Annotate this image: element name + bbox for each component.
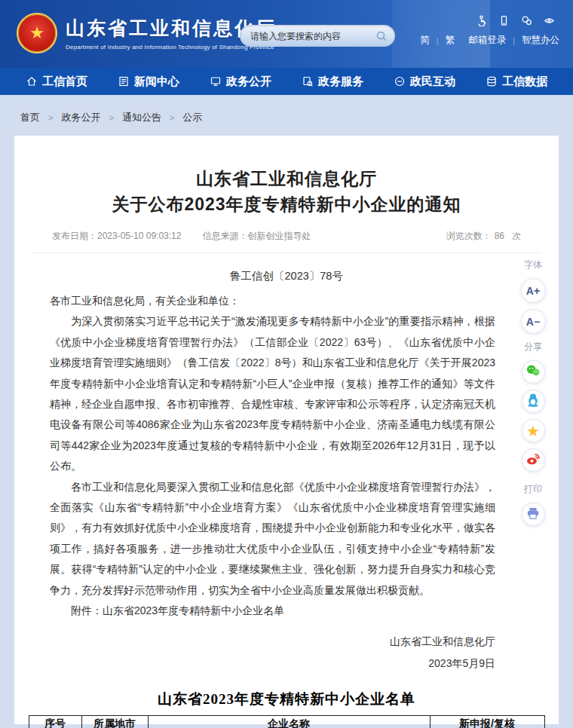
print-button[interactable] — [522, 503, 545, 526]
signature-block: 山东省工业和信息化厅 2023年5月9日 — [14, 631, 495, 674]
table-header-row: 序号 所属地市 企业名称 新申报/复核 — [29, 715, 544, 728]
nav-label: 政民互动 — [410, 75, 455, 89]
paragraph-1: 为深入贯彻落实习近平总书记关于“激发涌现更多专精特新中小企业”的重要指示精神，根… — [50, 311, 495, 476]
weibo-share-button[interactable] — [522, 448, 545, 472]
news-icon — [118, 75, 130, 87]
wechat-share-button[interactable] — [522, 360, 545, 384]
qq-share-button[interactable] — [522, 390, 545, 413]
qq-icon — [525, 392, 541, 411]
smart-office-link[interactable]: 智慧办公 — [522, 34, 559, 47]
mobile-icon[interactable] — [498, 15, 510, 26]
breadcrumb: 首页 > 政务公开 > 通知公告 > 公示 — [0, 95, 573, 136]
separator: | — [437, 36, 439, 45]
col-header-no: 序号 — [29, 715, 81, 728]
paragraph-2: 各市工业和信息化局要深入贯彻工业和信息化部《优质中小企业梯度培育管理暂行办法》，… — [50, 477, 495, 601]
nav-item-data[interactable]: 工信数据 — [486, 75, 547, 89]
separator: | — [513, 36, 515, 45]
national-emblem-logo: ★ — [17, 13, 57, 54]
site-header: ★ 山东省工业和信息化厅 Department of Industry and … — [0, 0, 573, 68]
article-meta: 发布日期：2023-05-10 09:03:12 信息来源：创新创业指导处 浏览… — [52, 230, 521, 243]
article-title: 山东省工业和信息化厅 关于公布2023年度专精特新中小企业的通知 — [14, 136, 559, 217]
accessibility-icon[interactable] — [476, 15, 487, 26]
article-title-line1: 山东省工业和信息化厅 — [14, 166, 559, 191]
col-header-city: 所属地市 — [81, 715, 148, 728]
nav-item-home[interactable]: 工信首页 — [26, 75, 87, 89]
breadcrumb-home[interactable]: 首页 — [20, 111, 40, 124]
breadcrumb-current: 公示 — [182, 111, 202, 124]
main-nav: 工信首页 新闻中心 政务公开 政务服务 政 — [0, 68, 573, 95]
nav-item-disclosure[interactable]: 政务公开 — [210, 75, 271, 89]
breadcrumb-separator: > — [48, 113, 53, 122]
article-card: 山东省工业和信息化厅 关于公布2023年度专精特新中小企业的通知 发布日期：20… — [14, 136, 559, 724]
col-header-status: 新申报/复核 — [430, 715, 544, 728]
eye-icon[interactable] — [544, 15, 555, 26]
nav-label: 新闻中心 — [134, 75, 179, 89]
utility-sidebar: 字体 A+ A− 分享 ★ — [515, 255, 551, 529]
view-count: 浏览次数：86次 — [446, 230, 521, 243]
font-decrease-button[interactable]: A− — [521, 309, 546, 334]
col-header-company: 企业名称 — [148, 715, 430, 728]
nav-label: 工信首页 — [42, 75, 87, 89]
search-input[interactable] — [250, 31, 375, 41]
font-increase-button[interactable]: A+ — [521, 278, 546, 303]
attachment-line: 附件：山东省2023年度专精特新中小企业名单 — [50, 601, 495, 621]
service-icon — [302, 75, 314, 87]
emblem-star-icon: ★ — [29, 25, 44, 41]
breadcrumb-disclosure[interactable]: 政务公开 — [61, 111, 100, 124]
font-size-label: 字体 — [524, 258, 542, 271]
table-title: 山东省2023年度专精特新中小企业名单 — [14, 690, 559, 709]
wechat-chat-icon[interactable] — [521, 15, 532, 26]
site-brand: ★ 山东省工业和信息化厅 Department of Industry and … — [17, 13, 277, 54]
weibo-icon — [525, 451, 541, 470]
article-title-line2: 关于公布2023年度专精特新中小企业的通知 — [14, 191, 559, 217]
document-number: 鲁工信创〔2023〕78号 — [14, 269, 559, 283]
signature-org: 山东省工业和信息化厅 — [14, 631, 495, 653]
article-body: 各市工业和信息化局，有关企业和单位： 为深入贯彻落实习近平总书记关于“激发涌现更… — [50, 291, 495, 622]
share-label: 分享 — [524, 341, 542, 353]
disclosure-icon — [210, 75, 222, 87]
nav-item-service[interactable]: 政务服务 — [302, 75, 363, 89]
breadcrumb-notices[interactable]: 通知公告 — [122, 111, 161, 124]
lang-traditional-link[interactable]: 繁 — [446, 34, 455, 47]
breadcrumb-separator: > — [170, 113, 174, 122]
enterprise-table: 序号 所属地市 企业名称 新申报/复核 112 济南市 济南佳易建材有限公司 新… — [29, 715, 545, 728]
lang-simplified-link[interactable]: 简 — [420, 34, 430, 47]
signature-date: 2023年5月9日 — [14, 653, 495, 674]
qzone-icon: ★ — [526, 424, 540, 439]
info-source: 信息来源：创新创业指导处 — [202, 230, 311, 243]
nav-item-news[interactable]: 新闻中心 — [118, 75, 179, 89]
qzone-share-button[interactable]: ★ — [522, 419, 545, 442]
interaction-icon — [394, 75, 406, 87]
nav-label: 政务公开 — [226, 75, 271, 89]
meta-divider — [31, 252, 542, 253]
home-icon — [26, 75, 38, 87]
breadcrumb-separator: > — [109, 113, 113, 122]
salutation: 各市工业和信息化局，有关企业和单位： — [50, 291, 495, 311]
nav-label: 政务服务 — [318, 75, 363, 89]
printer-icon — [526, 506, 541, 524]
print-label: 打印 — [524, 483, 542, 496]
nav-item-interaction[interactable]: 政民互动 — [394, 75, 455, 89]
nav-label: 工信数据 — [502, 75, 547, 89]
mailbox-login-link[interactable]: 邮箱登录 — [468, 34, 506, 47]
search-icon[interactable] — [375, 30, 388, 42]
data-icon — [486, 75, 498, 87]
wechat-icon — [525, 362, 541, 382]
search-box[interactable] — [240, 25, 395, 47]
publish-date: 发布日期：2023-05-10 09:03:12 — [52, 230, 181, 243]
